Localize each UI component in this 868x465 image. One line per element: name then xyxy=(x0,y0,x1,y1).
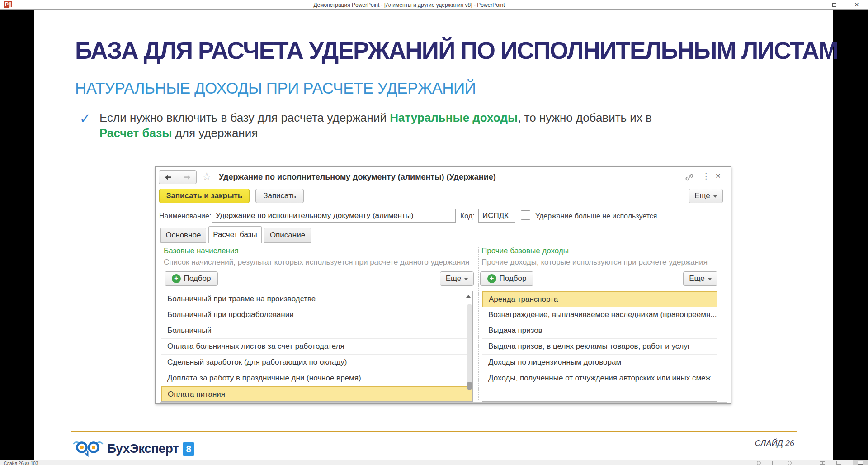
slide: БАЗА ДЛЯ РАСЧЕТА УДЕРЖАНИЙ ПО ИСПОЛНИТЕЛ… xyxy=(34,10,833,460)
logo-text: БухЭксперт xyxy=(107,441,179,456)
restore-button[interactable] xyxy=(823,0,845,10)
nav-buttons[interactable] xyxy=(159,170,197,184)
status-display-icon[interactable] xyxy=(853,460,868,465)
tab-main[interactable]: Основное xyxy=(160,228,206,243)
footer-accent-line xyxy=(71,431,797,432)
list-item[interactable]: Выдача призов xyxy=(482,323,717,339)
code-label: Код: xyxy=(460,212,475,220)
list-item-selected[interactable]: Аренда транспорта xyxy=(482,291,717,307)
status-clock-icon[interactable] xyxy=(788,461,792,465)
list-item[interactable]: Больничный xyxy=(161,323,472,339)
status-book-icon[interactable] xyxy=(836,461,841,465)
pick-button-right[interactable]: +Подбор xyxy=(480,271,533,286)
tab-content-pane: Базовые начисления Список начислений, ре… xyxy=(160,243,727,403)
plus-icon: + xyxy=(172,274,181,283)
1c-window-title: Удержание по исполнительному документу (… xyxy=(219,172,496,182)
powerpoint-app-icon: P xyxy=(4,1,12,9)
list-item[interactable]: Больничный при профзаболевании xyxy=(161,307,472,323)
left-panel-description: Список начислений, результат которых исп… xyxy=(164,258,469,267)
plus-icon: + xyxy=(487,274,496,283)
slide-subtitle: НАТУРАЛЬНЫЕ ДОХОДЫ ПРИ РАСЧЕТЕ УДЕРЖАНИЙ xyxy=(75,80,476,96)
close-button[interactable]: ✕ xyxy=(845,0,868,10)
tab-description[interactable]: Описание xyxy=(264,228,311,243)
scrollbar-thumb[interactable] xyxy=(467,382,472,390)
favorite-star-icon[interactable]: ☆ xyxy=(202,170,212,183)
save-button[interactable]: Записать xyxy=(255,189,304,203)
logo-badge-8: 8 xyxy=(183,442,194,456)
bullet-line-2: Расчет базы для удержания xyxy=(99,125,701,141)
save-close-button[interactable]: Записать и закрыть xyxy=(159,189,250,203)
slideshow-background: БАЗА ДЛЯ РАСЧЕТА УДЕРЖАНИЙ ПО ИСПОЛНИТЕЛ… xyxy=(0,10,868,460)
list-item[interactable]: Выдача призов, в целях рекламы товаров, … xyxy=(482,339,717,355)
slide-title: БАЗА ДЛЯ РАСЧЕТА УДЕРЖАНИЙ ПО ИСПОЛНИТЕЛ… xyxy=(75,38,838,62)
name-label: Наименование: xyxy=(159,212,211,220)
left-list: Больничный при травме на производстве Бо… xyxy=(161,291,473,402)
list-item[interactable]: Вознаграждение, выплачиваемое наследника… xyxy=(482,307,717,323)
minimize-button[interactable] xyxy=(800,0,823,10)
list-item[interactable]: Сдельный заработок (для работающих по ок… xyxy=(161,355,472,370)
link-icon[interactable] xyxy=(685,173,693,183)
check-bullet-icon: ✓ xyxy=(80,111,90,126)
code-input[interactable]: ИСПДК xyxy=(478,209,515,223)
more-button-left[interactable]: Еще xyxy=(440,271,474,286)
forward-button[interactable] xyxy=(178,171,197,184)
list-item[interactable]: Доплата за работу в праздничные дни (ноч… xyxy=(161,370,472,386)
list-item[interactable]: Доходы, полученные от отчуждения авторск… xyxy=(482,370,717,386)
status-slides-icon[interactable] xyxy=(820,461,825,465)
tab-base-calc[interactable]: Расчет базы xyxy=(208,226,262,243)
right-panel-description: Прочие доходы, которые используются при … xyxy=(481,258,708,267)
pick-button-left[interactable]: +Подбор xyxy=(165,271,218,286)
owl-logo-icon xyxy=(73,439,104,458)
status-notes-icon[interactable] xyxy=(772,461,776,465)
not-used-label: Удержание больше не используется xyxy=(535,212,657,220)
list-item-selected[interactable]: Оплата питания xyxy=(161,386,472,402)
list-item[interactable]: Доходы по лицензионным договорам xyxy=(482,355,717,370)
more-button-top[interactable]: Еще xyxy=(689,189,723,203)
list-item[interactable]: Оплата больничных листов за счет работод… xyxy=(161,339,472,355)
statusbar-slide-counter: Слайд 26 из 103 xyxy=(4,461,38,465)
scrollbar[interactable] xyxy=(467,304,472,390)
bullet-text: Если нужно включить в базу для расчета у… xyxy=(99,110,701,141)
panel-divider xyxy=(478,247,479,400)
ppt-icon-letter: P xyxy=(4,1,9,8)
back-button[interactable] xyxy=(159,171,178,184)
right-panel-header: Прочие базовые доходы xyxy=(481,247,569,256)
left-panel-header: Базовые начисления xyxy=(164,247,239,256)
1c-close-icon[interactable]: ✕ xyxy=(715,172,721,180)
status-monitor-icon[interactable] xyxy=(803,461,808,465)
more-button-right[interactable]: Еще xyxy=(683,271,717,286)
status-pen-icon[interactable] xyxy=(757,461,761,465)
scroll-up-icon[interactable] xyxy=(466,295,471,298)
slide-number: СЛАЙД 26 xyxy=(755,439,794,448)
statusbar: Слайд 26 из 103 xyxy=(0,460,868,465)
more-menu-icon[interactable]: ⋮ xyxy=(702,171,710,181)
name-input[interactable]: Удержание по исполнительному документу (… xyxy=(212,209,456,223)
powerpoint-titlebar: P Демонстрация PowerPoint - [Алименты и … xyxy=(0,0,868,10)
highlight-natural-income: Натуральные доходы xyxy=(390,111,518,124)
window-title: Демонстрация PowerPoint - [Алименты и др… xyxy=(0,2,800,8)
list-item[interactable]: Больничный при травме на производстве xyxy=(161,291,472,307)
highlight-base-calc: Расчет базы xyxy=(99,126,172,140)
1c-window: ☆ Удержание по исполнительному документу… xyxy=(155,166,731,404)
bullet-line-1: Если нужно включить в базу для расчета у… xyxy=(99,110,701,125)
not-used-checkbox[interactable] xyxy=(521,210,530,220)
right-list: Аренда транспорта Вознаграждение, выплач… xyxy=(482,291,717,402)
buhexpert-logo: БухЭксперт 8 xyxy=(73,439,194,459)
